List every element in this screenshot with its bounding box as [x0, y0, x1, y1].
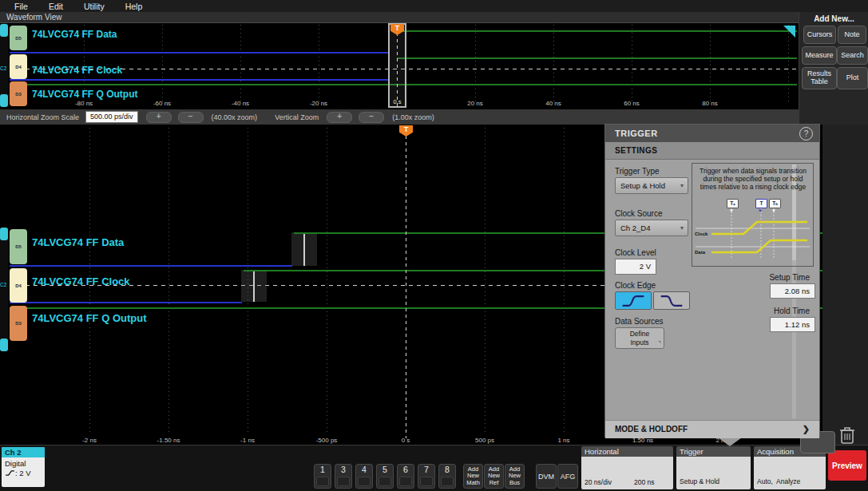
- horizontal-zoom-scale-input[interactable]: 500.00 ps/div: [85, 111, 138, 123]
- setup-time-input[interactable]: 2.08 ns: [770, 283, 815, 299]
- menu-bar: File Edit Utility Help: [0, 0, 868, 12]
- hzoom-factor-label: (40.00x zoom): [212, 113, 258, 121]
- trigger-type-dropdown[interactable]: Setup & Hold ▾: [615, 177, 688, 194]
- channel-label-clock[interactable]: 74LVCG74 FF Clock: [32, 275, 130, 287]
- trigger-badge-title: Trigger: [676, 446, 751, 457]
- channel-label-data[interactable]: 74LVCG74 FF Data: [32, 29, 117, 40]
- channel2-badge[interactable]: Ch 2 Digital : 2 V: [2, 447, 45, 487]
- channel-tab-d5[interactable]: D5: [10, 229, 27, 264]
- trigger-panel-header[interactable]: TRIGGER ?: [605, 125, 819, 142]
- channel-tab-d4[interactable]: D4: [10, 54, 27, 79]
- data-sources-label: Data Sources: [615, 317, 664, 326]
- zoom-flag-icon[interactable]: [783, 26, 795, 38]
- scrollbar-handle-top[interactable]: [0, 228, 8, 240]
- channel-label-qoutput[interactable]: 74LVCG74 FF Q Output: [32, 312, 147, 324]
- add-new-bus-button[interactable]: Add New Bus: [505, 464, 525, 489]
- add-new-math-button[interactable]: Add New Math: [463, 464, 483, 489]
- acquisition-mode: Auto, Analyze: [757, 477, 826, 486]
- vzoom-plus-button[interactable]: +: [327, 112, 352, 123]
- channel-7-button[interactable]: 7: [418, 464, 435, 489]
- data-transition-region: [291, 232, 317, 266]
- scrollbar-handle-bottom[interactable]: [0, 94, 8, 107]
- clock-transition-region: [241, 270, 267, 302]
- gridline: [564, 128, 565, 433]
- data-waveform-low: [10, 52, 389, 53]
- channel-label-qoutput[interactable]: 74LVCG74 FF Q Output: [32, 89, 137, 100]
- channel2-threshold: : 2 V: [15, 469, 31, 477]
- horizontal-badge-title: Horizontal: [581, 446, 673, 457]
- add-new-title: Add New...: [799, 14, 868, 23]
- add-search-button[interactable]: Search: [837, 46, 868, 65]
- menu-utility[interactable]: Utility: [84, 2, 105, 11]
- add-new-ref-button[interactable]: Add New Ref: [484, 464, 504, 489]
- horizontal-badge[interactable]: Horizontal 20 ns/div SR: 6.25 GS/s RL: 1…: [581, 446, 673, 489]
- add-measure-button[interactable]: Measure: [802, 46, 837, 65]
- axis-tick: 20 ns: [455, 100, 495, 107]
- axis-tick: 80 ns: [690, 100, 730, 107]
- threshold-icon: [5, 469, 15, 477]
- trigger-marker-icon[interactable]: T: [399, 125, 413, 137]
- add-note-button[interactable]: Note: [838, 26, 866, 44]
- add-results-table-button[interactable]: Results Table: [802, 67, 837, 89]
- gridline: [553, 25, 554, 101]
- hold-time-marker-icon: Tₕ▼: [769, 199, 781, 208]
- menu-edit[interactable]: Edit: [49, 2, 63, 11]
- hzoom-plus-button[interactable]: +: [146, 112, 172, 123]
- settings-section-header[interactable]: SETTINGS: [605, 142, 819, 160]
- hold-time-input[interactable]: 1.12 ns: [770, 317, 815, 332]
- bottom-bar: Ch 2 Digital : 2 V 1 3 4 5 6 7 8 Add New…: [0, 445, 868, 491]
- falling-edge-button[interactable]: [653, 291, 690, 310]
- help-icon[interactable]: ?: [799, 127, 813, 141]
- channel-tab-d4[interactable]: D4: [10, 268, 27, 303]
- channel-tab-d3[interactable]: D3: [10, 81, 27, 106]
- channel-tab-d3[interactable]: D3: [10, 306, 27, 341]
- channel-3-button[interactable]: 3: [335, 464, 352, 489]
- trigger-panel-title: TRIGGER: [615, 129, 658, 138]
- rising-edge-button[interactable]: [615, 291, 652, 310]
- menu-file[interactable]: File: [14, 2, 28, 11]
- scrollbar-handle-bottom[interactable]: [0, 339, 8, 351]
- rising-edge-icon: [619, 293, 648, 309]
- vzoom-factor-label: (1.00x zoom): [392, 113, 434, 121]
- channel-label-clock[interactable]: 74LVCG74 FF Clock: [32, 65, 122, 76]
- channel-1-button[interactable]: 1: [314, 464, 331, 489]
- channel-4-button[interactable]: 4: [355, 464, 373, 489]
- vzoom-minus-button[interactable]: −: [359, 112, 384, 123]
- hzoom-minus-button[interactable]: −: [178, 112, 204, 123]
- trash-icon[interactable]: [837, 424, 858, 449]
- trigger-position-line: [397, 26, 398, 106]
- gridline: [485, 128, 486, 433]
- define-inputs-button[interactable]: Define Inputs ›: [615, 327, 664, 349]
- gridline: [632, 25, 632, 101]
- axis-tick: 500 ps: [465, 437, 505, 444]
- clock-level-input[interactable]: 2 V: [615, 259, 656, 275]
- waveform-overview[interactable]: T 0 s C2 D5 D4 D3 74LVCG74 FF Data 74LVC…: [0, 23, 799, 109]
- channel-6-button[interactable]: 6: [397, 464, 414, 489]
- afg-button[interactable]: AFG: [557, 464, 578, 489]
- preview-button[interactable]: Preview: [828, 450, 866, 481]
- mode-holdoff-section[interactable]: MODE & HOLDOFF ❯: [605, 420, 819, 438]
- add-cursors-button[interactable]: Cursors: [803, 26, 836, 44]
- channel-label-data[interactable]: 74LVCG74 FF Data: [32, 236, 124, 248]
- channel-5-button[interactable]: 5: [376, 464, 394, 489]
- clock-waveform-low: [10, 302, 242, 303]
- gridline: [162, 25, 163, 101]
- channel2-mode: Digital: [5, 459, 45, 469]
- expand-icon: ›: [656, 338, 664, 345]
- add-plot-button[interactable]: Plot: [837, 67, 868, 89]
- menu-help[interactable]: Help: [125, 2, 143, 11]
- dvm-button[interactable]: DVM: [536, 464, 557, 489]
- hold-time-label: Hold Time: [774, 307, 810, 315]
- data-waveform-high: [397, 30, 797, 32]
- horizontal-scale: 20 ns/div: [585, 477, 628, 487]
- axis-tick: -500 ps: [307, 437, 347, 444]
- axis-tick: -80 ns: [64, 100, 104, 107]
- channel-tab-d5[interactable]: D5: [10, 26, 27, 50]
- scrollbar-handle-top[interactable]: [0, 24, 8, 37]
- clock-source-dropdown[interactable]: Ch 2_D4 ▾: [615, 220, 688, 236]
- zoom-window-box[interactable]: [388, 23, 406, 108]
- trigger-badge[interactable]: Trigger Setup & Hold S: 2.08 ns H: 1.12 …: [676, 446, 751, 489]
- channel-8-button[interactable]: 8: [438, 464, 456, 489]
- channel-scrollbar[interactable]: [0, 228, 8, 351]
- axis-tick: 1 ns: [544, 437, 584, 444]
